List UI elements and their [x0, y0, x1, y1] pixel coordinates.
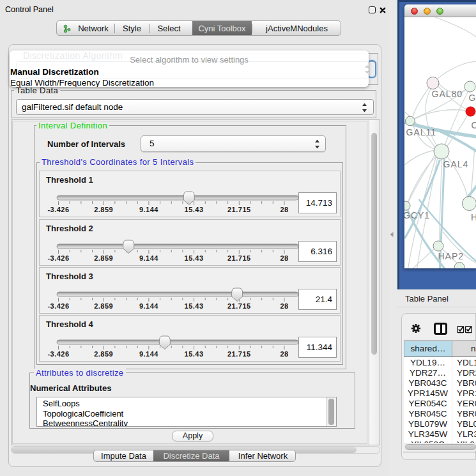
svg-text:2.859: 2.859: [94, 206, 113, 213]
svg-text:2.859: 2.859: [94, 350, 113, 358]
svg-text:HIS: HIS: [471, 212, 476, 222]
svg-text:21.715: 21.715: [227, 302, 251, 310]
svg-text:21.715: 21.715: [227, 254, 251, 262]
svg-text:Threshold 2: Threshold 2: [46, 224, 93, 233]
svg-text:GAL4: GAL4: [443, 159, 468, 169]
svg-text:15.43: 15.43: [185, 302, 204, 310]
svg-text:Threshold 1: Threshold 1: [46, 175, 93, 185]
svg-text:2.859: 2.859: [94, 254, 113, 262]
svg-text:-3.426: -3.426: [47, 206, 69, 213]
svg-text:15.43: 15.43: [185, 206, 204, 213]
svg-text:9.144: 9.144: [139, 350, 158, 358]
svg-text:9.144: 9.144: [139, 254, 158, 262]
svg-text:21.715: 21.715: [227, 206, 251, 213]
svg-text:-3.426: -3.426: [47, 302, 69, 310]
svg-text:HAP2: HAP2: [438, 251, 464, 261]
svg-text:15.43: 15.43: [185, 350, 204, 358]
svg-text:-3.426: -3.426: [47, 350, 69, 358]
svg-text:GAL2: GAL2: [468, 93, 476, 103]
svg-text:Threshold 4: Threshold 4: [46, 319, 93, 329]
svg-text:CD: CD: [471, 120, 476, 130]
svg-text:Threshold 3: Threshold 3: [46, 272, 93, 281]
svg-text:28: 28: [280, 302, 288, 310]
svg-text:28: 28: [280, 254, 288, 262]
svg-text:9.144: 9.144: [139, 206, 158, 213]
svg-text:GAL80: GAL80: [431, 89, 463, 99]
svg-text:21.715: 21.715: [227, 350, 251, 358]
svg-text:15.43: 15.43: [185, 254, 204, 262]
svg-text:GAL11: GAL11: [406, 127, 436, 137]
svg-text:9.144: 9.144: [139, 302, 158, 310]
svg-text:28: 28: [280, 206, 288, 213]
svg-text:28: 28: [280, 350, 288, 358]
svg-text:GCY1: GCY1: [404, 210, 430, 220]
svg-text:-3.426: -3.426: [47, 254, 69, 262]
svg-text:2.859: 2.859: [94, 302, 113, 310]
